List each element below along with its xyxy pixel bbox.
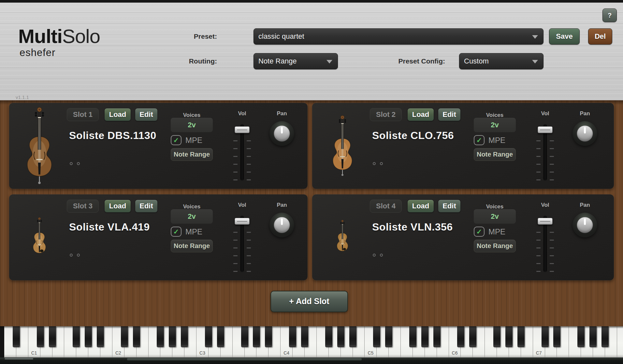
- black-key-C#6[interactable]: [457, 326, 464, 347]
- mpe-checkbox[interactable]: [171, 135, 181, 145]
- pan-knob[interactable]: [269, 121, 294, 146]
- mpe-checkbox[interactable]: [171, 227, 181, 237]
- black-key-F#5[interactable]: [409, 326, 416, 347]
- note-range-button[interactable]: Note Range: [474, 148, 516, 161]
- voices-label: Voices: [171, 112, 213, 119]
- mpe-label: MPE: [488, 227, 505, 237]
- black-key-F#6[interactable]: [493, 326, 500, 347]
- note-range-button[interactable]: Note Range: [171, 240, 213, 252]
- preset-config-dropdown[interactable]: Custom: [459, 53, 543, 69]
- black-key-G#1[interactable]: [85, 326, 92, 347]
- mpe-label: MPE: [185, 227, 202, 237]
- edit-button[interactable]: Edit: [135, 108, 158, 121]
- octave-label: C6: [449, 350, 461, 356]
- black-key-A#5[interactable]: [433, 326, 441, 347]
- voices-value-box[interactable]: 2v: [474, 209, 516, 224]
- fader-tick: [233, 140, 238, 141]
- pan-knob[interactable]: [572, 121, 597, 146]
- black-key-D#6[interactable]: [469, 326, 476, 347]
- black-key-C#5[interactable]: [373, 326, 380, 347]
- load-button[interactable]: Load: [104, 200, 131, 213]
- fader-tick: [536, 271, 541, 272]
- fader-tick: [550, 232, 554, 233]
- add-slot-button[interactable]: + Add Slot: [270, 291, 348, 312]
- logo-bold: Multi: [18, 25, 62, 47]
- pan-knob[interactable]: [269, 213, 294, 237]
- fader-tick: [233, 156, 238, 157]
- black-key-A#0[interactable]: [13, 326, 20, 347]
- black-key-D#3[interactable]: [217, 326, 224, 347]
- help-button[interactable]: ?: [602, 8, 617, 22]
- volume-label: Vol: [535, 202, 555, 208]
- mpe-checkbox[interactable]: [474, 135, 485, 145]
- black-key-A#3[interactable]: [265, 326, 272, 347]
- pan-knob-cap: [577, 125, 593, 142]
- black-key-C#1[interactable]: [37, 326, 44, 347]
- mpe-checkbox[interactable]: [474, 227, 485, 237]
- volume-fader-handle[interactable]: [235, 218, 250, 225]
- edit-button[interactable]: Edit: [438, 200, 461, 213]
- voices-value-box[interactable]: 2v: [171, 118, 213, 132]
- black-key-A#1[interactable]: [97, 326, 104, 347]
- delete-button[interactable]: Del: [588, 28, 612, 45]
- black-key-A#7[interactable]: [601, 326, 609, 347]
- instrument-name: Soliste VLN.356: [372, 221, 453, 233]
- fader-tick: [233, 164, 238, 165]
- voices-value: 2v: [491, 212, 499, 220]
- black-key-G#3[interactable]: [253, 326, 260, 347]
- voices-value-box[interactable]: 2v: [474, 118, 516, 132]
- note-range-button[interactable]: Note Range: [474, 240, 516, 252]
- black-key-D#5[interactable]: [385, 326, 392, 347]
- black-key-A#6[interactable]: [517, 326, 525, 347]
- volume-fader-handle[interactable]: [235, 126, 250, 133]
- slot-number-badge: Slot 3: [67, 200, 99, 213]
- load-button[interactable]: Load: [407, 108, 434, 121]
- fader-tick: [247, 240, 251, 241]
- load-button[interactable]: Load: [407, 200, 434, 213]
- note-range-button[interactable]: Note Range: [171, 148, 213, 161]
- pan-knob-indicator: [281, 127, 283, 133]
- black-key-C#3[interactable]: [205, 326, 212, 347]
- edit-button[interactable]: Edit: [135, 200, 158, 213]
- black-key-F#3[interactable]: [241, 326, 248, 347]
- black-key-D#1[interactable]: [49, 326, 56, 347]
- routing-dropdown[interactable]: Note Range: [254, 53, 338, 69]
- black-key-D#7[interactable]: [553, 326, 560, 347]
- voices-value-box[interactable]: 2v: [171, 209, 213, 224]
- black-key-D#4[interactable]: [301, 326, 308, 347]
- black-key-F#7[interactable]: [577, 326, 585, 347]
- black-key-F#1[interactable]: [73, 326, 80, 347]
- black-key-G#5[interactable]: [421, 326, 428, 347]
- save-button[interactable]: Save: [549, 28, 580, 45]
- black-key-C#4[interactable]: [289, 326, 296, 347]
- fader-tick: [550, 255, 554, 256]
- preset-dropdown[interactable]: classic quartet: [254, 28, 543, 45]
- white-key-C8[interactable]: [617, 326, 623, 357]
- black-key-D#2[interactable]: [133, 326, 140, 347]
- black-key-A#2[interactable]: [181, 326, 188, 347]
- black-key-C#7[interactable]: [542, 326, 549, 347]
- pan-knob[interactable]: [572, 213, 597, 237]
- fader-tick: [536, 247, 541, 248]
- fader-tick: [550, 172, 554, 173]
- black-key-G#4[interactable]: [337, 326, 344, 347]
- black-key-G#2[interactable]: [169, 326, 176, 347]
- volume-fader-handle[interactable]: [538, 218, 553, 225]
- black-key-C#2[interactable]: [121, 326, 128, 347]
- led-icon: [70, 162, 73, 165]
- instrument-slot: Slot 3 Load Edit Soliste VLA.419 Voices …: [9, 194, 308, 280]
- fader-tick: [550, 247, 554, 248]
- fader-tick: [247, 263, 251, 264]
- voices-value: 2v: [188, 212, 196, 220]
- edit-button[interactable]: Edit: [438, 108, 461, 121]
- volume-fader-handle[interactable]: [538, 126, 553, 133]
- black-key-A#4[interactable]: [349, 326, 356, 347]
- black-key-G#7[interactable]: [589, 326, 597, 347]
- black-key-F#2[interactable]: [157, 326, 164, 347]
- black-key-G#6[interactable]: [505, 326, 513, 347]
- scrollbar-thumb[interactable]: [127, 358, 362, 360]
- load-button[interactable]: Load: [104, 108, 131, 121]
- instrument-image: [9, 103, 70, 189]
- scrollbar-segment[interactable]: [5, 358, 33, 359]
- black-key-F#4[interactable]: [325, 326, 332, 347]
